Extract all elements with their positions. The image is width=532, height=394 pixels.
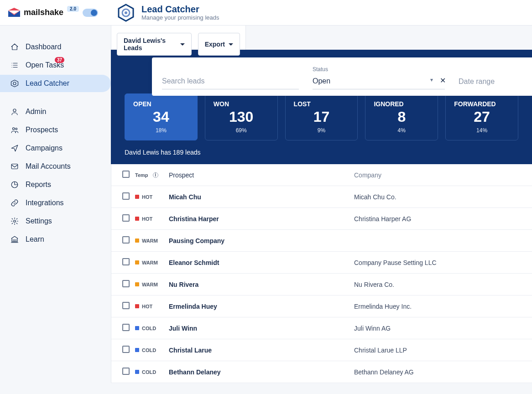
temp-warm-icon xyxy=(135,282,139,286)
table-row[interactable]: WARMEleanor SchmidtCompany Pause Setting… xyxy=(111,252,532,274)
status-select[interactable] xyxy=(313,74,445,89)
version-badge: 2.0 xyxy=(67,6,79,12)
row-checkbox[interactable] xyxy=(122,346,130,353)
stat-label: IGNORED xyxy=(374,100,429,108)
sidebar-item-label: Mail Accounts xyxy=(26,162,71,171)
temp-label: WARM xyxy=(142,238,158,244)
temp-label: WARM xyxy=(142,282,158,287)
row-checkbox[interactable] xyxy=(122,280,130,287)
export-button[interactable]: Export xyxy=(198,33,240,56)
table-row[interactable]: HOTMicah ChuMicah Chu Co. xyxy=(111,186,532,208)
temp-warm-icon xyxy=(135,238,139,243)
prospect-cell: Micah Chu xyxy=(169,193,354,201)
sidebar-item-campaigns[interactable]: Campaigns xyxy=(0,140,111,157)
version-toggle[interactable] xyxy=(83,9,98,17)
sidebar-item-label: Integrations xyxy=(26,199,64,207)
stat-value: 17 xyxy=(294,109,349,125)
col-company[interactable]: Company xyxy=(354,171,521,179)
row-checkbox[interactable] xyxy=(122,236,130,244)
row-checkbox[interactable] xyxy=(122,324,130,331)
col-prospect[interactable]: Prospect xyxy=(169,171,354,179)
envelope-icon xyxy=(7,8,21,18)
leads-owner-dropdown[interactable]: David Lewis's Leads xyxy=(117,33,192,56)
sidebar-item-learn[interactable]: Learn xyxy=(0,231,111,248)
info-icon[interactable]: i xyxy=(153,172,158,178)
sidebar-item-settings[interactable]: Settings xyxy=(0,213,111,230)
row-checkbox[interactable] xyxy=(122,214,130,222)
select-all-checkbox[interactable] xyxy=(122,171,130,178)
top-header: mailshake 2.0 Lead Catcher Manage your p… xyxy=(0,0,532,26)
stat-card-won[interactable]: WON13069% xyxy=(205,93,278,140)
date-range-input[interactable] xyxy=(459,75,532,89)
stat-label: LOST xyxy=(294,100,349,108)
temp-cell: COLD xyxy=(135,326,169,331)
stat-card-open[interactable]: OPEN3418% xyxy=(125,93,198,140)
main-area: David Lewis's Leads Export Status ▾ ✕ OP… xyxy=(111,26,532,394)
svg-point-10 xyxy=(14,220,16,223)
prospect-cell: Christina Harper xyxy=(169,215,354,223)
temp-cell: WARM xyxy=(135,238,169,244)
temp-cell: HOT xyxy=(135,216,169,222)
table-row[interactable]: WARMNu RiveraNu Rivera Co. xyxy=(111,274,532,296)
sidebar-item-label: Settings xyxy=(26,217,52,225)
search-input[interactable] xyxy=(162,74,299,89)
link-icon xyxy=(10,199,19,207)
company-cell: Christal Larue LLP xyxy=(354,347,521,354)
chevron-down-icon xyxy=(229,43,233,46)
stat-percent: 9% xyxy=(294,127,349,134)
table-row[interactable]: COLDJuli WinnJuli Winn AG xyxy=(111,317,532,339)
sidebar-item-label: Dashboard xyxy=(26,43,61,51)
pie-icon xyxy=(10,181,19,189)
sidebar-item-reports[interactable]: Reports xyxy=(0,176,111,193)
prospect-cell: Bethann Delaney xyxy=(169,368,354,376)
row-checkbox[interactable] xyxy=(122,302,130,309)
sidebar-item-dashboard[interactable]: Dashboard xyxy=(0,38,111,56)
temp-label: HOT xyxy=(142,216,152,222)
leads-summary: David Lewis has 189 leads xyxy=(125,149,518,156)
temp-cell: WARM xyxy=(135,282,169,287)
table-row[interactable]: WARMPausing Company xyxy=(111,230,532,252)
stat-card-lost[interactable]: LOST179% xyxy=(285,93,358,140)
sidebar-item-label: Reports xyxy=(26,181,51,189)
date-range-field xyxy=(459,75,532,89)
prospect-cell: Eleanor Schmidt xyxy=(169,259,354,266)
table-row[interactable]: HOTErmelinda HueyErmelinda Huey Inc. xyxy=(111,296,532,317)
table-row[interactable]: COLDBethann DelaneyBethann Delaney AG xyxy=(111,361,532,383)
temp-cold-icon xyxy=(135,348,139,352)
row-checkbox[interactable] xyxy=(122,368,130,375)
svg-point-6 xyxy=(13,128,15,130)
row-checkbox[interactable] xyxy=(122,192,130,200)
stat-value: 27 xyxy=(454,109,510,125)
brand-name: mailshake xyxy=(24,8,63,17)
stat-card-forwarded[interactable]: FORWARDED2714% xyxy=(445,93,518,140)
leads-owner-label: David Lewis's Leads xyxy=(124,37,177,52)
stat-percent: 14% xyxy=(454,127,510,134)
company-cell: Nu Rivera Co. xyxy=(354,281,521,288)
sidebar-item-admin[interactable]: Admin xyxy=(0,103,111,120)
stat-card-ignored[interactable]: IGNORED84% xyxy=(365,93,438,140)
sidebar-item-lead-catcher[interactable]: Lead Catcher xyxy=(0,75,111,92)
temp-label: HOT xyxy=(142,194,152,200)
sidebar-item-integrations[interactable]: Integrations xyxy=(0,194,111,212)
sidebar-item-open-tasks[interactable]: Open Tasks37 xyxy=(0,57,111,74)
stat-value: 130 xyxy=(214,109,269,125)
clear-status-icon[interactable]: ✕ xyxy=(440,76,446,85)
search-field xyxy=(162,74,299,89)
user-icon xyxy=(10,108,19,116)
send-icon xyxy=(10,144,19,152)
temp-cell: COLD xyxy=(135,369,169,375)
col-temp[interactable]: Temp i xyxy=(135,172,169,178)
stat-value: 34 xyxy=(133,109,189,125)
prospect-cell: Christal Larue xyxy=(169,347,354,354)
table-row[interactable]: COLDChristal LarueChristal Larue LLP xyxy=(111,339,532,361)
stat-row: OPEN3418%WON13069%LOST179%IGNORED84%FORW… xyxy=(125,93,518,140)
prospect-cell: Juli Winn xyxy=(169,325,354,332)
temp-cell: COLD xyxy=(135,347,169,353)
table-row[interactable]: HOTChristina HarperChristina Harper AG xyxy=(111,208,532,230)
brand-logo[interactable]: mailshake xyxy=(7,8,63,18)
svg-point-7 xyxy=(16,128,17,130)
row-checkbox[interactable] xyxy=(122,258,130,265)
temp-hot-icon xyxy=(135,217,139,221)
sidebar-item-mail-accounts[interactable]: Mail Accounts xyxy=(0,158,111,175)
sidebar-item-prospects[interactable]: Prospects xyxy=(0,121,111,139)
